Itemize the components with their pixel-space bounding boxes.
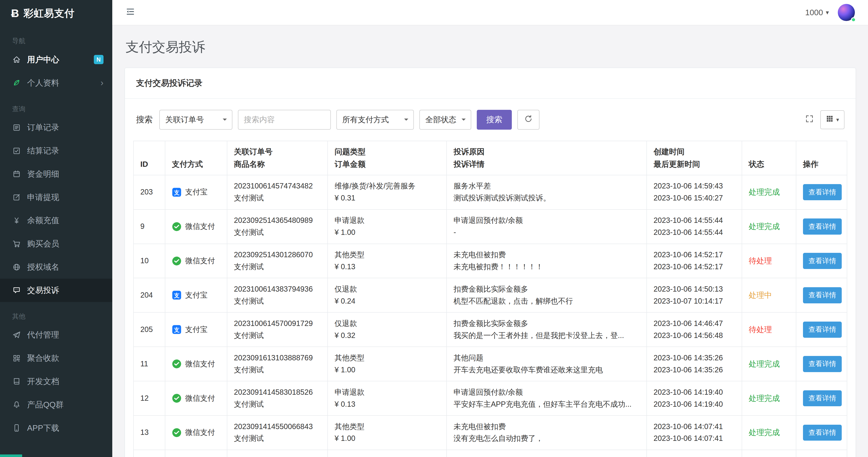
column-header-line-1: 关联订单号: [234, 146, 321, 158]
page-title: 支付交易投诉: [126, 38, 855, 56]
column-header: 关联订单号商品名称: [227, 141, 328, 175]
view-details-button[interactable]: 查看详情: [803, 219, 842, 235]
reason-cell-line-1: 扣费金额比实际金额多: [454, 318, 640, 330]
search-button[interactable]: 搜索: [477, 110, 512, 130]
reason-cell-line-1: 未充电但被扣费: [454, 421, 640, 433]
time-cell-line-2: 2023-10-06 14:55:44: [654, 227, 735, 238]
wechat-icon: [172, 256, 181, 266]
id-cell: 203: [133, 175, 165, 209]
order-cell-line-1: 2023100614570091729: [234, 318, 321, 330]
balance-dropdown[interactable]: 1000 ▾: [805, 8, 829, 17]
view-details-button[interactable]: 查看详情: [803, 321, 842, 338]
sidebar-item-product-qq-group[interactable]: 产品QQ群: [0, 393, 112, 417]
order-cell-line-1: 2023092818244434881: [234, 455, 321, 457]
book-icon: [12, 377, 21, 385]
caret-down-icon: ▾: [826, 9, 829, 16]
sidebar-toggle-icon: [126, 7, 135, 18]
status-select[interactable]: 全部状态: [420, 110, 471, 130]
pay-method-label: 支付宝: [185, 186, 208, 198]
sidebar-toggle-button[interactable]: [126, 7, 135, 18]
fullscreen-button[interactable]: [805, 115, 814, 125]
status-cell: 待处理: [742, 244, 796, 278]
sidebar-item-buy-membership[interactable]: 购买会员: [0, 232, 112, 255]
issue-cell-line-2: ¥ 0.13: [335, 398, 440, 410]
pay-method: 微信支付: [172, 255, 220, 267]
time-cell: 2023-10-06 14:07:412023-10-06 14:07:41: [647, 416, 742, 450]
sidebar-item-authorized-domains[interactable]: 授权域名: [0, 255, 112, 279]
reason-cell-line-2: 平安好车主APP充电充值，但好车主平台充电不成功...: [454, 398, 640, 410]
order-cell-line-2: 支付测试: [234, 227, 321, 238]
alipay-icon: 支: [172, 325, 181, 334]
table-wrap: ID支付方式关联订单号商品名称问题类型订单金额投诉原因投诉详情创建时间最后更新时…: [125, 141, 856, 457]
issue-cell: 其他类型¥ 1.00: [328, 347, 446, 381]
new-badge: N: [94, 55, 103, 64]
view-details-button[interactable]: 查看详情: [803, 390, 842, 406]
sidebar-item-transaction-complaints[interactable]: 交易投诉: [0, 279, 112, 302]
pay-method: 微信支付: [172, 358, 220, 370]
action-cell: 查看详情: [796, 175, 847, 209]
sidebar-item-balance-recharge[interactable]: 余额充值: [0, 209, 112, 232]
time-cell-line-2: 2023-10-07 10:14:17: [654, 295, 735, 307]
svg-text:支: 支: [174, 327, 180, 333]
search-field-select[interactable]: 关联订单号: [159, 110, 232, 130]
columns-toggle-button[interactable]: ▾: [820, 110, 844, 129]
issue-cell-line-2: ¥ 0.32: [335, 330, 440, 342]
column-header-line-2: 最后更新时间: [654, 158, 735, 170]
column-header-line-2: 商品名称: [234, 158, 321, 170]
brand[interactable]: Ƀ 彩虹易支付: [0, 0, 112, 27]
table-row: 205支支付宝2023100614570091729支付测试仅退款¥ 0.32扣…: [133, 312, 847, 347]
wechat-icon: [172, 394, 181, 403]
cart-icon: [12, 240, 21, 248]
sidebar-item-withdraw-apply[interactable]: 申请提现: [0, 186, 112, 209]
qrcode-icon: [12, 354, 21, 363]
pay-method-select[interactable]: 所有支付方式: [336, 110, 414, 130]
reason-cell-line-1: 其他问题: [454, 352, 640, 364]
sidebar-item-profile[interactable]: 个人资料›: [0, 71, 112, 94]
brand-icon: Ƀ: [11, 7, 19, 20]
avatar[interactable]: [838, 4, 855, 21]
refresh-button[interactable]: [517, 110, 539, 130]
sidebar-item-label: 申请提现: [27, 192, 103, 203]
view-details-button[interactable]: 查看详情: [803, 425, 842, 441]
status-cell: 待处理: [742, 312, 796, 347]
sidebar-item-dev-docs[interactable]: 开发文档: [0, 370, 112, 393]
sidebar-item-aggregate-collection[interactable]: 聚合收款: [0, 346, 112, 370]
table-header: ID支付方式关联订单号商品名称问题类型订单金额投诉原因投诉详情创建时间最后更新时…: [133, 141, 847, 175]
sidebar-item-fund-details[interactable]: 资金明细: [0, 163, 112, 186]
sidebar-item-user-center[interactable]: 用户中心N: [0, 48, 112, 71]
sidebar-item-order-records[interactable]: 订单记录: [0, 116, 112, 139]
order-cell: 2023091613103888769支付测试: [227, 347, 328, 381]
pay-method-label: 微信支付: [185, 358, 215, 370]
sidebar-item-label: 交易投诉: [27, 285, 103, 296]
card-title: 支付交易投诉记录: [136, 78, 203, 88]
reason-cell: 申请退回预付款/余额平安好车主APP充电充值，但好车主平台充电不成功...: [446, 381, 647, 416]
time-cell-line-2: 2023-10-06 14:56:48: [654, 330, 735, 342]
topbar: 1000 ▾: [112, 0, 868, 25]
reason-cell-line-1: 扣费后未获得商品/服务: [454, 455, 640, 457]
issue-cell: 申请退款¥ 0.13: [328, 381, 446, 416]
pay-method-label: 微信支付: [185, 427, 215, 438]
action-cell: 查看详情: [796, 244, 847, 278]
order-cell: 2023100614570091729支付测试: [227, 312, 328, 347]
reason-cell: 扣费金额比实际金额多我买的是一个王者外挂，但是我把卡没登上去，登...: [446, 312, 647, 347]
pay-method: 微信支付: [172, 221, 220, 232]
issue-cell-line-2: ¥ 1.00: [335, 227, 440, 238]
pay-method-cell: 微信支付: [165, 209, 227, 244]
column-header-line-2: 投诉详情: [454, 158, 640, 170]
view-details-button[interactable]: 查看详情: [803, 184, 842, 200]
sidebar-item-app-download[interactable]: APP下载: [0, 417, 112, 440]
status-cell: 处理完成: [742, 416, 796, 450]
sidebar-item-payout-management[interactable]: 代付管理: [0, 323, 112, 347]
table-header-row: ID支付方式关联订单号商品名称问题类型订单金额投诉原因投诉详情创建时间最后更新时…: [133, 141, 847, 175]
reason-cell-line-1: 未充电但被扣费: [454, 249, 640, 261]
reason-cell: 申请退回预付款/余额-: [446, 209, 647, 244]
sidebar-item-settlement-records[interactable]: 结算记录: [0, 139, 112, 163]
view-details-button[interactable]: 查看详情: [803, 287, 842, 303]
status-cell: 处理完成: [742, 175, 796, 209]
wechat-icon: [172, 428, 181, 437]
view-details-button[interactable]: 查看详情: [803, 356, 842, 372]
search-input[interactable]: [238, 110, 331, 130]
view-details-button[interactable]: 查看详情: [803, 253, 842, 269]
search-field-select-wrap: 关联订单号: [159, 110, 232, 130]
time-cell: 2023-10-06 14:50:132023-10-07 10:14:17: [647, 278, 742, 312]
